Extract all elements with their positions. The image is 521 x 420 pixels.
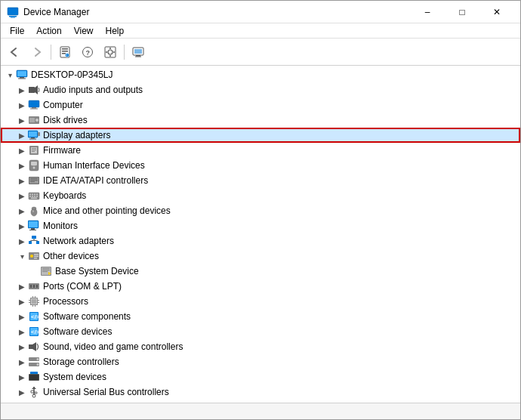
sound-expand-icon[interactable]: ▶ [16,341,28,353]
usb-expand-icon[interactable]: ▶ [16,386,28,398]
title-bar-left: Device Manager [7,6,89,18]
tree-root[interactable]: ▾ DESKTOP-0P345LJ [1,67,520,82]
storage-expand-icon[interactable]: ▶ [16,356,28,368]
svg-rect-70 [29,221,38,227]
back-button[interactable] [4,42,25,63]
keyboards-expand-icon[interactable]: ▶ [16,190,28,202]
menu-help[interactable]: Help [100,24,131,38]
tree-item-processors[interactable]: ▶ Processors [1,294,520,309]
svg-marker-110 [32,342,36,351]
properties-button[interactable]: i [54,42,76,63]
svg-rect-73 [36,241,39,244]
computer-expand-icon[interactable]: ▶ [16,99,28,111]
tree-item-software-components[interactable]: ▶ </> Software components [1,309,520,324]
svg-rect-79 [34,254,39,255]
forward-button[interactable] [26,42,48,63]
base-system-icon [40,265,52,277]
window-title: Device Manager [23,7,89,17]
svg-rect-18 [136,55,140,57]
tree-item-sound[interactable]: ▶ Sound, video and game controllers [1,339,520,354]
system-expand-icon[interactable]: ▶ [16,371,28,383]
display-icon [28,129,40,141]
processors-expand-icon[interactable]: ▶ [16,295,28,307]
maximize-button[interactable]: □ [445,1,479,23]
close-button[interactable]: ✕ [479,1,514,23]
menu-action[interactable]: Action [30,24,67,38]
tree-item-mice[interactable]: ▶ Mice and other pointing devices [1,203,520,218]
hid-expand-icon[interactable]: ▶ [16,159,28,171]
svg-rect-25 [29,87,35,93]
tree-item-storage[interactable]: ▶ Storage controllers [1,354,520,369]
tree-item-software-devices[interactable]: ▶ </> Software devices [1,324,520,339]
ports-label: Ports (COM & LPT) [43,281,122,292]
other-expand-icon[interactable]: ▾ [16,250,28,262]
svg-rect-56 [36,194,38,196]
audio-expand-icon[interactable]: ▶ [16,84,28,96]
ports-expand-icon[interactable]: ▶ [16,280,28,292]
help-button[interactable]: ? [77,42,98,63]
network-expand-icon[interactable]: ▶ [16,235,28,247]
update-button[interactable] [100,42,121,63]
svg-rect-69 [29,230,36,230]
tree-item-base-system[interactable]: Base System Device [1,264,520,279]
monitor-button[interactable] [128,42,149,63]
device-manager-window: Device Manager – □ ✕ File Action View He… [0,0,521,420]
tree-item-ide[interactable]: ▶ IDE ATA/ATAPI controllers [1,173,520,188]
hid-label: Human Interface Devices [43,160,145,171]
computer-label: Computer [43,100,83,110]
svg-rect-29 [30,109,38,110]
tree-item-display[interactable]: ▶ Display adapters [1,128,520,143]
tree-item-audio[interactable]: ▶ Audio inputs and outputs [1,82,520,97]
tree-item-firmware[interactable]: ▶ Firmware [1,143,520,158]
svg-rect-20 [134,49,142,54]
monitors-expand-icon[interactable]: ▶ [16,220,28,232]
tree-item-ports[interactable]: ▶ Ports (COM & LPT) [1,279,520,294]
firmware-expand-icon[interactable]: ▶ [16,144,28,156]
tree-item-monitors[interactable]: ▶ Monitors [1,218,520,233]
audio-icon [28,84,40,96]
menu-file[interactable]: File [4,24,30,38]
tree-item-hid[interactable]: ▶ Human Interface Devices [1,158,520,173]
device-tree: ▾ DESKTOP-0P345LJ ▶ Audio [1,66,520,403]
usb-label: Universal Serial Bus controllers [43,387,169,397]
software-components-expand-icon[interactable]: ▶ [16,310,28,323]
storage-icon [28,356,40,368]
svg-point-45 [33,167,35,169]
ide-icon [28,174,40,187]
keyboards-label: Keyboards [43,190,86,201]
usb-icon [28,386,40,398]
tree-item-other[interactable]: ▾ Other devices [1,249,520,264]
svg-rect-57 [29,196,31,197]
root-expand-icon[interactable]: ▾ [4,69,16,81]
svg-rect-28 [32,107,36,109]
software-components-icon: </> [28,310,40,323]
svg-point-16 [106,51,107,53]
svg-rect-71 [32,236,36,239]
menu-view[interactable]: View [68,24,100,38]
software-devices-expand-icon[interactable]: ▶ [16,326,28,338]
svg-rect-100 [35,296,35,298]
minimize-button[interactable]: – [410,1,445,23]
disk-expand-icon[interactable]: ▶ [16,114,28,126]
tree-item-system[interactable]: ▶ System devices [1,369,520,384]
ide-expand-icon[interactable]: ▶ [16,174,28,187]
display-expand-icon[interactable]: ▶ [16,129,28,141]
svg-rect-109 [29,344,32,349]
system-label: System devices [43,372,106,382]
mice-expand-icon[interactable]: ▶ [16,205,28,217]
tree-item-network[interactable]: ▶ Network adapters [1,233,520,249]
tree-item-disk[interactable]: ▶ Disk drives [1,113,520,128]
svg-rect-121 [35,392,37,394]
svg-marker-26 [35,85,38,94]
svg-text:?: ? [86,49,91,57]
tree-item-computer[interactable]: ▶ Computer [1,97,520,113]
mice-icon [28,205,40,217]
software-devices-icon: </> [28,326,40,338]
svg-marker-119 [32,387,36,389]
tree-item-keyboards[interactable]: ▶ Keyboards [1,188,520,203]
tree-item-usb[interactable]: ▶ Universal Serial Bus controllers [1,384,520,400]
keyboard-icon [28,190,40,202]
svg-rect-32 [29,118,35,122]
storage-label: Storage controllers [43,357,119,367]
svg-text:</>: </> [31,313,40,320]
